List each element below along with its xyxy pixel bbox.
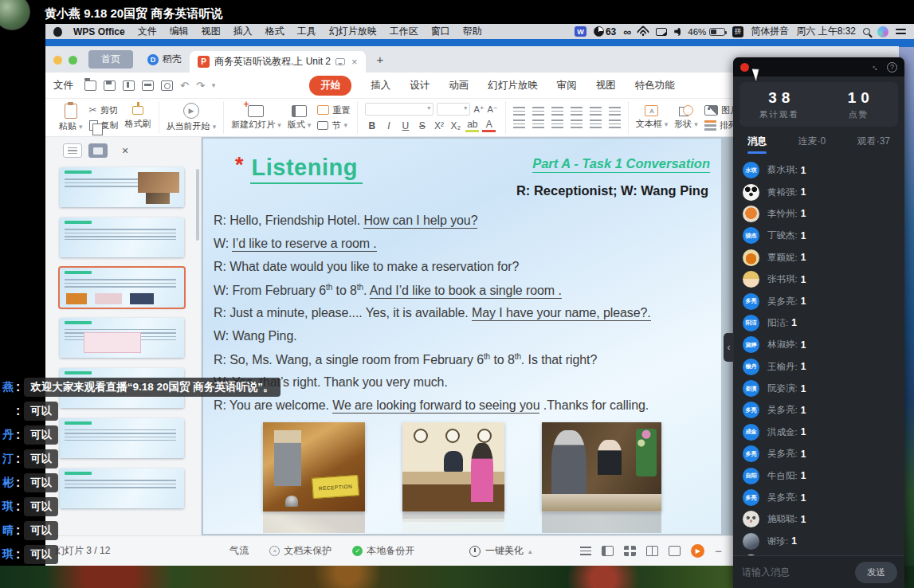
input-method-icon[interactable]: 拼	[732, 26, 743, 37]
justify-icon[interactable]	[571, 120, 583, 128]
zoom-button[interactable]	[69, 56, 77, 65]
menubar-item[interactable]: 工具	[297, 25, 316, 38]
ribbon-tab-5[interactable]: 幻灯片放映	[488, 79, 538, 92]
slide-thumbnail-3[interactable]	[60, 268, 184, 308]
sidebar-scrollbar[interactable]	[196, 169, 199, 241]
font-button-1[interactable]: B	[365, 120, 379, 131]
line-spacing-icon[interactable]	[590, 107, 602, 116]
textbox-button[interactable]: A 文本框 ▾	[636, 105, 669, 130]
wps-tray-icon[interactable]: W	[575, 26, 586, 37]
decrease-indent-icon[interactable]	[551, 107, 563, 116]
close-tab-icon[interactable]: ×	[351, 56, 358, 68]
menubar-item[interactable]: 工作区	[390, 25, 418, 38]
control-center-icon[interactable]	[896, 29, 906, 34]
increase-font-button[interactable]: A⁺	[473, 104, 484, 115]
shapes-button[interactable]: 形状 ▾	[674, 105, 698, 130]
tab-connect-mic[interactable]: 连麦·0	[798, 135, 826, 154]
ribbon-tab-7[interactable]: 视图	[596, 79, 616, 92]
menubar-item[interactable]: 帮助	[463, 25, 482, 38]
record-indicator-icon[interactable]	[740, 63, 749, 72]
new-slide-button[interactable]: 新建幻灯片 ▾	[231, 105, 281, 131]
reset-button[interactable]: 重置	[317, 104, 350, 116]
redo-icon[interactable]: ↷	[196, 80, 205, 92]
slide-sorter-icon[interactable]	[624, 546, 636, 556]
font-button-4[interactable]: S	[415, 120, 429, 131]
slide-thumbnail-1[interactable]	[60, 167, 184, 207]
ribbon-tab-2[interactable]: 插入	[371, 79, 390, 92]
tab-messages[interactable]: 消息	[747, 135, 767, 154]
rings-icon[interactable]: ∞	[623, 25, 630, 38]
align-right-icon[interactable]	[551, 120, 563, 128]
apple-menu-icon[interactable]	[53, 27, 62, 37]
save-icon[interactable]	[104, 80, 116, 91]
thumbnail-view-toggle[interactable]	[88, 143, 108, 158]
bullet-list-icon[interactable]	[513, 107, 525, 116]
normal-view-icon[interactable]	[602, 546, 614, 556]
font-color-button[interactable]: A	[482, 119, 496, 132]
undo-icon[interactable]: ↶	[180, 80, 189, 92]
increase-indent-icon[interactable]	[571, 107, 583, 116]
menubar-clock[interactable]: 周六 上午8:32	[796, 25, 856, 38]
volume-icon[interactable]	[674, 28, 681, 36]
export-icon[interactable]	[123, 80, 135, 91]
input-method-name[interactable]: 简体拼音	[751, 25, 789, 38]
chat-input[interactable]	[740, 566, 850, 578]
align-left-icon[interactable]	[513, 120, 525, 128]
slide-thumbnail-4[interactable]	[60, 318, 184, 358]
one-click-beautify-button[interactable]: 一键美化 ▴	[469, 544, 532, 558]
siri-icon[interactable]	[877, 26, 889, 37]
ribbon-tab-1[interactable]: 开始	[309, 76, 351, 96]
slide[interactable]: * Listening Part A - Task 1 Conversation…	[203, 139, 721, 534]
menubar-item[interactable]: 窗口	[431, 25, 450, 38]
section-button[interactable]: 节 ▾	[317, 120, 350, 131]
menubar-item[interactable]: 文件	[138, 25, 157, 38]
help-icon[interactable]: ?	[887, 62, 897, 73]
tab-home[interactable]: 首页	[88, 50, 133, 69]
send-button[interactable]: 发送	[855, 562, 897, 583]
align-center-icon[interactable]	[532, 120, 544, 128]
font-family-select[interactable]	[365, 103, 433, 116]
close-sidebar-icon[interactable]: ×	[122, 144, 128, 157]
decrease-font-button[interactable]: A⁻	[488, 104, 498, 115]
tab-document[interactable]: P 商务英语听说教程.上 Unit 2 ×	[190, 51, 366, 73]
highlight-color-button[interactable]: ab	[465, 119, 479, 132]
presenter-view-icon[interactable]	[669, 546, 681, 556]
slide-thumbnail-2[interactable]	[60, 218, 184, 257]
slideshow-play-icon[interactable]: ▶	[691, 544, 704, 558]
print-preview-icon[interactable]	[161, 80, 173, 91]
panel-collapse-handle[interactable]: ‹	[724, 333, 734, 362]
layout-button[interactable]: 版式 ▾	[288, 105, 312, 131]
reading-view-icon[interactable]	[646, 546, 658, 556]
cut-button[interactable]: ✂剪切	[89, 104, 119, 116]
tab-docer[interactable]: D 稻壳	[139, 50, 190, 69]
font-button-3[interactable]: U	[398, 120, 412, 131]
text-direction-icon[interactable]	[609, 107, 621, 116]
menubar-item[interactable]: 幻灯片放映	[329, 25, 377, 38]
print-icon[interactable]	[142, 80, 154, 91]
spotlight-search-icon[interactable]	[863, 28, 870, 35]
open-icon[interactable]	[84, 80, 96, 91]
numbering-icon[interactable]	[609, 120, 621, 128]
customize-caret-icon[interactable]: ▾	[212, 81, 216, 89]
columns-icon[interactable]	[590, 120, 602, 128]
ribbon-tab-8[interactable]: 特色功能	[635, 79, 675, 92]
font-button-5[interactable]: X²	[432, 120, 445, 131]
menubar-app-name[interactable]: WPS Office	[73, 26, 125, 37]
ribbon-tab-4[interactable]: 动画	[449, 79, 469, 92]
new-tab-button[interactable]: +	[377, 53, 384, 66]
tab-watching[interactable]: 观看·37	[857, 135, 890, 154]
local-backup-status[interactable]: ✓ 本地备份开	[352, 544, 414, 558]
ribbon-tab-3[interactable]: 设计	[410, 79, 430, 92]
format-painter-button[interactable]: 格式刷	[125, 106, 151, 130]
paste-button[interactable]: 粘贴 ▾	[59, 120, 83, 132]
chat-message-list[interactable]: 水琪蔡水琪:1黄裕强:1李怜州:1骏杰丁骏杰:1覃颖妮:1张书琪:1多亮吴多亮:…	[733, 154, 904, 555]
menubar-item[interactable]: 视图	[202, 25, 221, 38]
counter-tray-icon[interactable]: 63	[594, 26, 616, 37]
minimize-button[interactable]	[53, 56, 62, 65]
collapse-window-icon[interactable]: ↔	[869, 61, 882, 73]
number-list-icon[interactable]	[532, 107, 544, 116]
font-button-2[interactable]: I	[382, 120, 395, 131]
copy-button[interactable]: 复制	[89, 120, 119, 131]
notes-toggle-icon[interactable]	[580, 547, 591, 555]
menubar-item[interactable]: 格式	[265, 25, 284, 38]
